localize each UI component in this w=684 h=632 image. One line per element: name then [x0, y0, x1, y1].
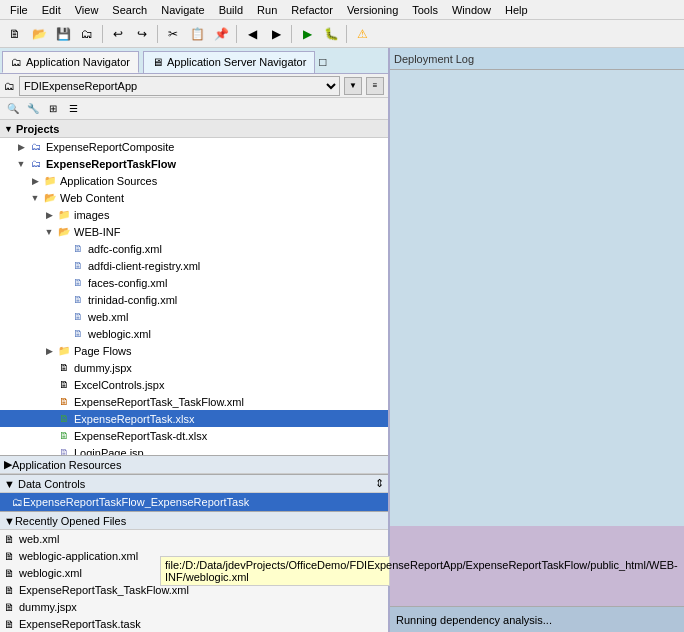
tree-node-web-xml[interactable]: 🗎 web.xml: [0, 308, 388, 325]
menu-tools[interactable]: Tools: [406, 3, 444, 17]
copy-button[interactable]: 📋: [186, 23, 208, 45]
tree-node-images[interactable]: ▶ 📁 images: [0, 206, 388, 223]
tree-node-web-inf[interactable]: ▼ 📂 WEB-INF: [0, 223, 388, 240]
tree-node-faces[interactable]: 🗎 faces-config.xml: [0, 274, 388, 291]
tab-app-navigator[interactable]: 🗂 Application Navigator: [2, 51, 139, 73]
menu-versioning[interactable]: Versioning: [341, 3, 404, 17]
debug-button[interactable]: 🐛: [320, 23, 342, 45]
expander-taskflow[interactable]: ▼: [14, 159, 28, 169]
expander-images[interactable]: ▶: [42, 210, 56, 220]
label-app-sources: Application Sources: [60, 175, 157, 187]
icon-dummy: 🗎: [56, 360, 72, 376]
expander-page-flows[interactable]: ▶: [42, 346, 56, 356]
recent-item-4[interactable]: 🗎 dummy.jspx: [0, 598, 388, 615]
forward-button[interactable]: ▶: [265, 23, 287, 45]
data-controls-header[interactable]: ▼ Data Controls ⇕: [0, 475, 388, 493]
run-button[interactable]: ▶: [296, 23, 318, 45]
menu-window[interactable]: Window: [446, 3, 497, 17]
search-tree-btn[interactable]: 🔍: [4, 100, 22, 118]
recent-arrow: ▼: [4, 515, 15, 527]
menu-help[interactable]: Help: [499, 3, 534, 17]
icon-excel-controls: 🗎: [56, 377, 72, 393]
separator-2: [157, 25, 158, 43]
tree-container: ▶ 🗂 ExpenseReportComposite ▼ 🗂 ExpenseRe…: [0, 138, 388, 455]
menu-refactor[interactable]: Refactor: [285, 3, 339, 17]
dropdown-arrow[interactable]: ▼: [344, 77, 362, 95]
app-resources-header[interactable]: ▶ Application Resources: [0, 456, 388, 474]
icon-taskflow-root: 🗂: [28, 156, 44, 172]
redo-button[interactable]: ↪: [131, 23, 153, 45]
tree-node-adfc[interactable]: 🗎 adfc-config.xml: [0, 240, 388, 257]
tree-node-dummy[interactable]: 🗎 dummy.jspx: [0, 359, 388, 376]
label-excel-controls: ExcelControls.jspx: [74, 379, 164, 391]
label-adfc: adfc-config.xml: [88, 243, 162, 255]
sort-btn[interactable]: ⊞: [44, 100, 62, 118]
recent-icon-5: 🗎: [4, 618, 15, 630]
menu-edit[interactable]: Edit: [36, 3, 67, 17]
expander-app-sources[interactable]: ▶: [28, 176, 42, 186]
recent-icon-2: 🗎: [4, 567, 15, 579]
data-controls-section: ▼ Data Controls ⇕ 🗂 ExpenseReportTaskFlo…: [0, 474, 388, 511]
label-page-flows: Page Flows: [74, 345, 131, 357]
save-button[interactable]: 💾: [52, 23, 74, 45]
data-controls-item[interactable]: 🗂 ExpenseReportTaskFlow_ExpenseReportTas…: [0, 493, 388, 511]
tree-node-trinidad[interactable]: 🗎 trinidad-config.xml: [0, 291, 388, 308]
undo-button[interactable]: ↩: [107, 23, 129, 45]
new-button[interactable]: 🗎: [4, 23, 26, 45]
expander-composite[interactable]: ▶: [14, 142, 28, 152]
project-select[interactable]: FDIExpenseReportApp: [19, 76, 340, 96]
data-controls-label: Data Controls: [18, 478, 85, 490]
recent-header[interactable]: ▼ Recently Opened Files: [0, 512, 388, 530]
data-controls-arrow: ▼: [4, 478, 15, 490]
recent-item-0[interactable]: 🗎 web.xml: [0, 530, 388, 547]
back-button[interactable]: ◀: [241, 23, 263, 45]
icon-adfc: 🗎: [70, 241, 86, 257]
icon-web-xml: 🗎: [70, 309, 86, 325]
tree-node-page-flows[interactable]: ▶ 📁 Page Flows: [0, 342, 388, 359]
filter-btn[interactable]: 🔧: [24, 100, 42, 118]
tree-node-expense-dt-xlsx[interactable]: 🗎 ExpenseReportTask-dt.xlsx: [0, 427, 388, 444]
warning-button[interactable]: ⚠: [351, 23, 373, 45]
tree-node-weblogic-xml[interactable]: 🗎 weblogic.xml: [0, 325, 388, 342]
separator-3: [236, 25, 237, 43]
open-button[interactable]: 📂: [28, 23, 50, 45]
tree-node-excel-controls[interactable]: 🗎 ExcelControls.jspx: [0, 376, 388, 393]
label-dummy: dummy.jspx: [74, 362, 132, 374]
right-top-area: Deployment Log: [390, 48, 684, 526]
menu-view[interactable]: View: [69, 3, 105, 17]
projects-arrow: ▼: [4, 124, 13, 134]
menu-run[interactable]: Run: [251, 3, 283, 17]
right-panel: Deployment Log Running dependency analys…: [390, 48, 684, 632]
recent-item-5[interactable]: 🗎 ExpenseReportTask.task: [0, 615, 388, 632]
label-login: LoginPage.jsp: [74, 447, 144, 456]
save-all-button[interactable]: 🗂: [76, 23, 98, 45]
tree-node-taskflow-root[interactable]: ▼ 🗂 ExpenseReportTaskFlow: [0, 155, 388, 172]
tree-node-web-content[interactable]: ▼ 📂 Web Content: [0, 189, 388, 206]
tree-node-composite[interactable]: ▶ 🗂 ExpenseReportComposite: [0, 138, 388, 155]
tree-node-expense-xlsx[interactable]: 🗎 ExpenseReportTask.xlsx: [0, 410, 388, 427]
icon-images: 📁: [56, 207, 72, 223]
tab-app-server-navigator[interactable]: 🖥 Application Server Navigator: [143, 51, 315, 73]
tree-node-taskflow-xml[interactable]: 🗎 ExpenseReportTask_TaskFlow.xml: [0, 393, 388, 410]
projects-section-header[interactable]: ▼ Projects: [0, 120, 388, 138]
expander-web-content[interactable]: ▼: [28, 193, 42, 203]
label-web-inf: WEB-INF: [74, 226, 120, 238]
icon-taskflow-xml: 🗎: [56, 394, 72, 410]
expander-web-inf[interactable]: ▼: [42, 227, 56, 237]
project-dropdown-bar: 🗂 FDIExpenseReportApp ▼ ≡: [0, 74, 388, 98]
layout-btn[interactable]: ☰: [64, 100, 82, 118]
data-controls-scroll[interactable]: ⇕: [375, 477, 384, 490]
paste-button[interactable]: 📌: [210, 23, 232, 45]
panel-close-btn[interactable]: □: [319, 55, 326, 69]
tree-node-login[interactable]: 🗎 LoginPage.jsp: [0, 444, 388, 455]
dropdown-settings[interactable]: ≡: [366, 77, 384, 95]
menu-navigate[interactable]: Navigate: [155, 3, 210, 17]
tree-node-adfdi[interactable]: 🗎 adfdi-client-registry.xml: [0, 257, 388, 274]
tree-node-app-sources[interactable]: ▶ 📁 Application Sources: [0, 172, 388, 189]
label-taskflow-xml: ExpenseReportTask_TaskFlow.xml: [74, 396, 244, 408]
menu-build[interactable]: Build: [213, 3, 249, 17]
cut-button[interactable]: ✂: [162, 23, 184, 45]
icon-login: 🗎: [56, 445, 72, 456]
menu-search[interactable]: Search: [106, 3, 153, 17]
menu-file[interactable]: File: [4, 3, 34, 17]
